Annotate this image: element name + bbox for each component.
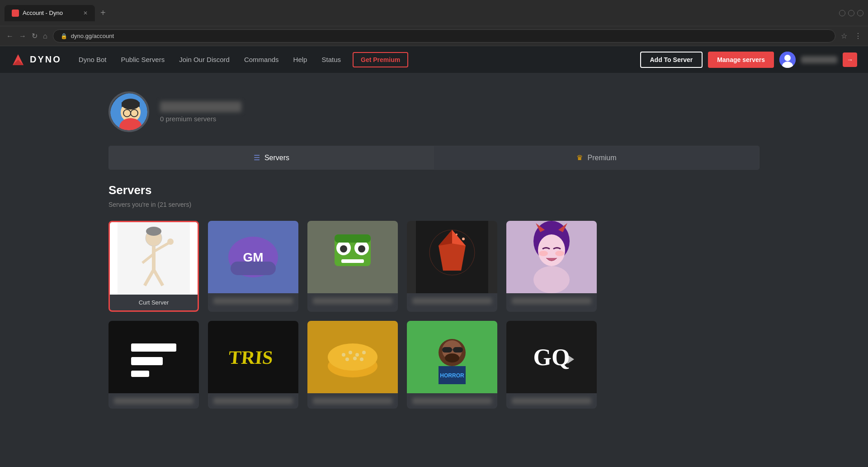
- bookmark-button[interactable]: ☆: [839, 30, 849, 42]
- svg-rect-52: [131, 371, 149, 377]
- main-content: 0 premium servers ☰ Servers ♛ Premium Se…: [0, 73, 868, 467]
- svg-text:TRIS: TRIS: [228, 347, 274, 368]
- home-button[interactable]: ⌂: [41, 30, 49, 42]
- server-gq-name-blurred: [512, 398, 591, 404]
- forward-button[interactable]: →: [17, 30, 28, 42]
- address-bar[interactable]: 🔒 dyno.gg/account: [53, 29, 835, 43]
- server-tris-name-blurred: [213, 398, 293, 404]
- server-robot-name-blurred: [313, 298, 392, 304]
- window-controls: [839, 10, 863, 16]
- server-card-robot[interactable]: [307, 221, 398, 312]
- person-server-image: HORROR: [407, 321, 497, 393]
- svg-rect-50: [131, 343, 176, 352]
- tris-server-image: TRIS: [208, 321, 298, 393]
- dyno-logo-icon: [11, 52, 25, 67]
- gq-server-image: GQ: [506, 321, 597, 393]
- profile-avatar: [108, 91, 149, 132]
- svg-point-30: [340, 245, 347, 253]
- svg-point-3: [784, 55, 791, 61]
- server-card-gm[interactable]: GM: [208, 221, 298, 312]
- minimize-button[interactable]: [839, 10, 845, 16]
- profile-username-blurred: [160, 101, 241, 112]
- dyno-logo[interactable]: DYNO: [11, 52, 61, 67]
- svg-point-63: [353, 357, 357, 360]
- nav-links: Dyno Bot Public Servers Join Our Discord…: [72, 52, 640, 67]
- servers-section: Servers Servers you're in (21 servers): [0, 170, 868, 427]
- nav-dyno-bot[interactable]: Dyno Bot: [72, 52, 113, 67]
- server-card-tris[interactable]: TRIS: [208, 321, 298, 409]
- crystal-server-image: [407, 221, 497, 293]
- address-bar-row: ← → ↻ ⌂ 🔒 dyno.gg/account ☆ ⋮: [0, 26, 868, 46]
- svg-rect-8: [122, 102, 140, 107]
- tab-servers[interactable]: ☰ Servers: [109, 146, 434, 169]
- server-card-person[interactable]: HORROR: [407, 321, 497, 409]
- browser-nav-buttons: ← → ↻ ⌂: [5, 30, 49, 42]
- tab-premium-label: Premium: [587, 154, 616, 162]
- svg-point-59: [349, 351, 352, 354]
- anime-server-image: [506, 221, 597, 293]
- manage-servers-button[interactable]: Manage servers: [708, 52, 774, 68]
- add-to-server-button[interactable]: Add To Server: [640, 52, 703, 68]
- food-server-image: [307, 321, 398, 393]
- black-server-image: [108, 321, 199, 393]
- extensions-button[interactable]: ⋮: [853, 30, 863, 42]
- new-tab-button[interactable]: +: [97, 6, 109, 20]
- server-card-gq[interactable]: GQ: [506, 321, 597, 409]
- server-card-anime[interactable]: [506, 221, 597, 312]
- server-food-name-blurred: [313, 398, 392, 404]
- dyno-navbar: DYNO Dyno Bot Public Servers Join Our Di…: [0, 46, 868, 73]
- svg-point-64: [360, 357, 363, 361]
- svg-rect-25: [231, 262, 276, 275]
- server-card-black[interactable]: [108, 321, 199, 409]
- robot-server-image: [307, 221, 398, 293]
- server-black-name-blurred: [114, 398, 193, 404]
- curt-server-image: [110, 222, 198, 295]
- svg-point-71: [445, 353, 459, 362]
- svg-rect-32: [341, 259, 364, 263]
- tabs-section: ☰ Servers ♛ Premium: [0, 146, 868, 170]
- server-card-food[interactable]: [307, 321, 398, 409]
- svg-rect-69: [453, 347, 463, 353]
- close-button[interactable]: [857, 10, 863, 16]
- tab-list: Account - Dyno ✕ +: [5, 5, 835, 21]
- nav-help[interactable]: Help: [287, 52, 314, 67]
- server-card-crystal[interactable]: [407, 221, 497, 312]
- svg-text:GQ: GQ: [533, 344, 570, 370]
- refresh-button[interactable]: ↻: [30, 30, 39, 42]
- nav-status[interactable]: Status: [315, 52, 347, 67]
- servers-title: Servers: [108, 183, 760, 197]
- nav-public-servers[interactable]: Public Servers: [115, 52, 171, 67]
- nav-commands[interactable]: Commands: [238, 52, 285, 67]
- tabs-row: ☰ Servers ♛ Premium: [108, 146, 760, 170]
- svg-point-43: [538, 234, 565, 266]
- address-text: dyno.gg/account: [71, 33, 114, 39]
- profile-info: 0 premium servers: [160, 101, 241, 123]
- svg-point-31: [358, 245, 365, 253]
- profile-premium-count: 0 premium servers: [160, 115, 241, 123]
- nav-right-section: Add To Server Manage servers →: [640, 52, 858, 68]
- svg-point-48: [533, 266, 570, 293]
- nav-join-discord[interactable]: Join Our Discord: [173, 52, 236, 67]
- svg-text:HORROR: HORROR: [440, 372, 464, 379]
- active-tab[interactable]: Account - Dyno ✕: [5, 5, 95, 21]
- get-premium-button[interactable]: Get Premium: [353, 52, 408, 67]
- tab-close-button[interactable]: ✕: [83, 10, 88, 16]
- server-anime-name-blurred: [512, 298, 591, 304]
- server-gm-name-blurred: [213, 298, 293, 304]
- avatar-image: [110, 93, 147, 130]
- maximize-button[interactable]: [848, 10, 854, 16]
- server-grid: Curt Server GM: [108, 221, 760, 312]
- svg-point-57: [328, 343, 377, 371]
- tab-favicon: [12, 10, 19, 17]
- server-grid-row2: TRIS: [108, 321, 760, 409]
- crown-icon: ♛: [576, 153, 583, 162]
- logout-button[interactable]: →: [843, 52, 857, 67]
- svg-point-60: [355, 353, 359, 357]
- profile-section: 0 premium servers: [0, 73, 868, 146]
- gm-server-image: GM: [208, 221, 298, 293]
- username-display: [801, 56, 837, 63]
- tab-premium[interactable]: ♛ Premium: [434, 146, 759, 169]
- server-card-curt[interactable]: Curt Server: [108, 221, 199, 312]
- user-avatar[interactable]: [779, 52, 796, 68]
- back-button[interactable]: ←: [5, 30, 15, 42]
